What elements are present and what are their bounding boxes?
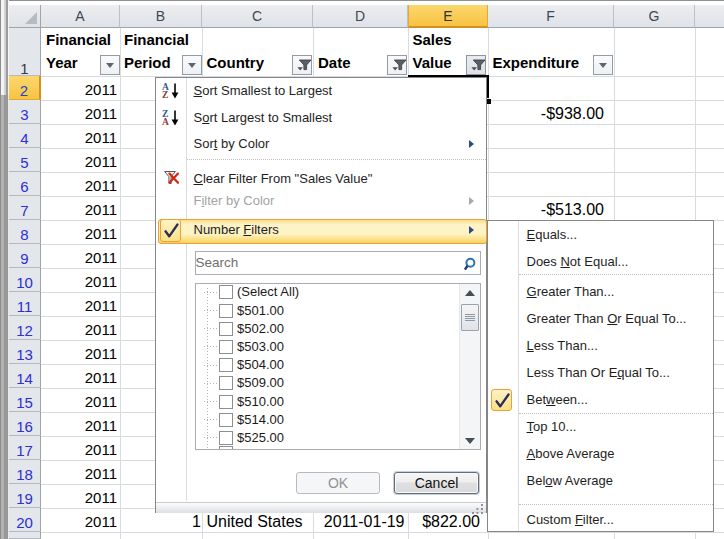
svg-text:Z: Z — [162, 90, 168, 100]
svg-text:A: A — [162, 117, 169, 127]
